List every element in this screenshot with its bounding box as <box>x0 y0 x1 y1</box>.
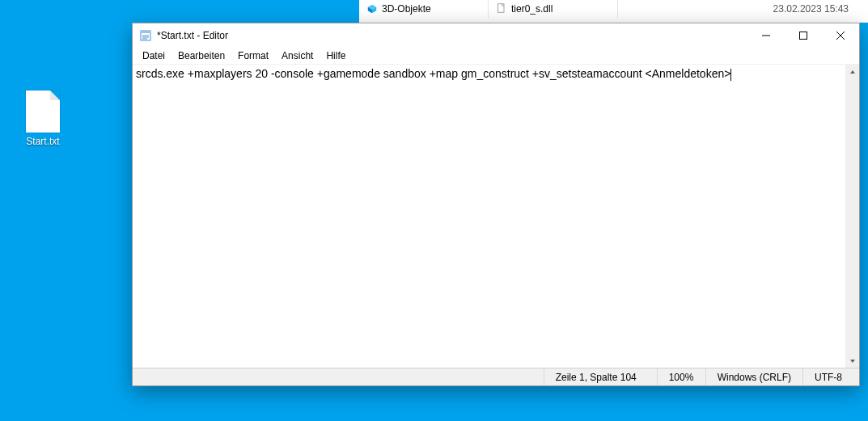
minimize-button[interactable] <box>747 23 785 48</box>
svg-rect-3 <box>498 3 505 12</box>
explorer-timestamp: 23.02.2023 15:43 <box>773 3 868 15</box>
status-cursor-position: Zeile 1, Spalte 104 <box>544 368 657 385</box>
explorer-file-tier0[interactable]: tier0_s.dll <box>489 0 618 18</box>
editor-area[interactable]: srcds.exe +maxplayers 20 -console +gamem… <box>133 64 859 368</box>
editor-content[interactable]: srcds.exe +maxplayers 20 -console +gamem… <box>133 65 845 368</box>
svg-rect-10 <box>800 32 807 40</box>
explorer-tab-3d-objects[interactable]: 3D-Objekte <box>359 0 489 18</box>
text-file-icon <box>26 91 60 133</box>
maximize-button[interactable] <box>785 23 822 48</box>
status-encoding: UTF-8 <box>802 368 859 385</box>
titlebar[interactable]: *Start.txt - Editor <box>133 23 859 48</box>
explorer-tab-label: 3D-Objekte <box>382 3 431 15</box>
scroll-up-icon[interactable] <box>845 65 859 78</box>
cube-icon <box>367 4 377 14</box>
close-button[interactable] <box>822 23 859 48</box>
background-explorer-header: 3D-Objekte tier0_s.dll 23.02.2023 15:43 <box>359 0 868 18</box>
menu-file[interactable]: Datei <box>136 49 171 62</box>
notepad-window: *Start.txt - Editor Datei Bearbeiten For… <box>132 23 860 386</box>
menu-edit[interactable]: Bearbeiten <box>171 49 231 62</box>
menubar: Datei Bearbeiten Format Ansicht Hilfe <box>133 48 859 64</box>
file-icon <box>497 3 506 15</box>
statusbar: Zeile 1, Spalte 104 100% Windows (CRLF) … <box>133 368 859 385</box>
svg-marker-14 <box>850 360 855 363</box>
scroll-down-icon[interactable] <box>845 354 859 368</box>
menu-format[interactable]: Format <box>231 49 275 62</box>
svg-marker-13 <box>850 70 855 74</box>
menu-view[interactable]: Ansicht <box>275 49 320 62</box>
status-zoom: 100% <box>657 368 705 385</box>
status-line-ending: Windows (CRLF) <box>705 368 802 385</box>
desktop-icon-start-txt[interactable]: Start.txt <box>15 91 71 147</box>
window-title: *Start.txt - Editor <box>157 30 228 41</box>
text-caret <box>730 69 731 81</box>
menu-help[interactable]: Hilfe <box>320 49 352 62</box>
vertical-scrollbar[interactable] <box>845 65 859 368</box>
desktop-icon-label: Start.txt <box>15 136 71 147</box>
scroll-track[interactable] <box>845 78 859 354</box>
editor-text-line: srcds.exe +maxplayers 20 -console +gamem… <box>136 67 730 80</box>
notepad-icon <box>139 29 152 42</box>
explorer-file-label: tier0_s.dll <box>511 3 553 15</box>
status-spacer <box>133 368 544 385</box>
svg-rect-5 <box>141 31 150 33</box>
